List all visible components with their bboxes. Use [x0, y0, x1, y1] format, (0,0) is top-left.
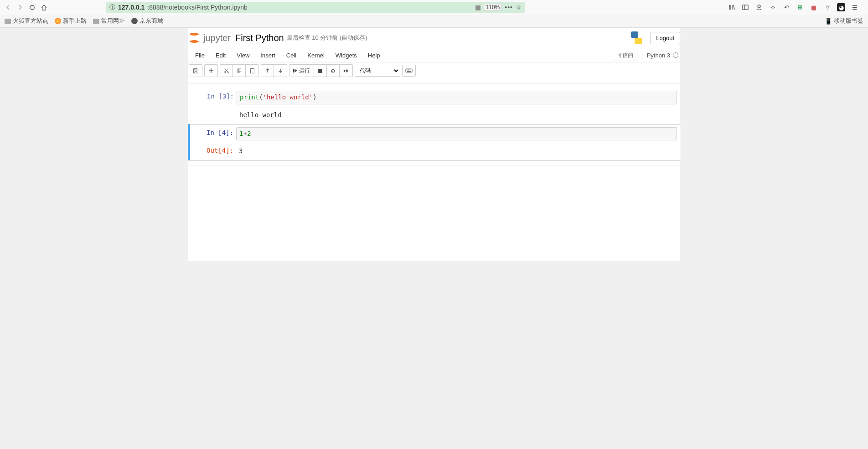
- stdout-output: hello world: [237, 109, 677, 121]
- jd-icon: [131, 18, 138, 24]
- phone-icon: 📱: [825, 18, 832, 25]
- svg-rect-9: [293, 69, 294, 72]
- interrupt-button[interactable]: [314, 65, 327, 77]
- svg-point-2: [758, 5, 760, 8]
- run-button[interactable]: 运行: [289, 65, 314, 77]
- bookmark-star-icon[interactable]: ☆: [516, 4, 522, 11]
- menu-widgets[interactable]: Widgets: [330, 49, 362, 62]
- input-prompt: In [4]:: [191, 127, 236, 141]
- jupyter-logo-text: jupyter: [203, 33, 231, 43]
- notebook-title[interactable]: First Python: [235, 33, 284, 43]
- menu-help[interactable]: Help: [362, 49, 386, 62]
- ext-v-icon[interactable]: ∀: [823, 3, 832, 11]
- code-cell[interactable]: In [3]: print('hello world') hello world: [188, 88, 680, 124]
- menu-view[interactable]: View: [231, 49, 255, 62]
- ext-puzzle-icon[interactable]: ✧: [769, 3, 777, 11]
- ext-grid-icon[interactable]: ▦: [810, 3, 818, 11]
- overflow-menu-icon[interactable]: ☰: [851, 3, 859, 11]
- menu-edit[interactable]: Edit: [210, 49, 231, 62]
- svg-rect-11: [406, 69, 412, 72]
- kernel-name[interactable]: Python 3: [642, 52, 678, 59]
- ext-undo-icon[interactable]: ↶: [782, 3, 790, 11]
- checkpoint-status: 最后检查 10 分钟前 (自动保存): [287, 34, 367, 42]
- code-cell-selected[interactable]: In [4]: 1+2 Out[4]: 3: [188, 124, 680, 160]
- info-icon: ⓘ: [109, 3, 115, 11]
- ext-dark-icon[interactable]: ◕: [837, 3, 845, 11]
- bookmark-item-3[interactable]: 京东商城: [131, 17, 163, 25]
- svg-rect-15: [407, 71, 411, 72]
- menu-insert[interactable]: Insert: [255, 49, 281, 62]
- svg-rect-14: [409, 70, 410, 71]
- svg-rect-0: [743, 5, 748, 10]
- svg-point-4: [227, 72, 228, 73]
- mobile-bookmarks[interactable]: 📱移动版书签: [825, 17, 863, 25]
- output-prompt: Out[4]:: [191, 145, 236, 157]
- browser-chrome: ⓘ 127.0.0.1:8888/notebooks/First Python.…: [0, 0, 868, 28]
- bookmark-item-2[interactable]: 常用网址: [93, 17, 125, 25]
- reload-button[interactable]: [27, 3, 36, 12]
- firefox-icon: [55, 18, 61, 24]
- bookmark-item-0[interactable]: 火狐官方站点: [5, 17, 48, 25]
- copy-button[interactable]: [233, 65, 246, 77]
- kernel-idle-icon: [673, 52, 678, 58]
- menu-file[interactable]: File: [190, 49, 210, 62]
- menu-cell[interactable]: Cell: [281, 49, 302, 62]
- svg-point-3: [224, 72, 226, 73]
- folder-icon: [5, 19, 11, 24]
- bookmarks-bar: 火狐官方站点 新手上路 常用网址 京东商城 📱移动版书签: [0, 15, 868, 27]
- browser-navbar: ⓘ 127.0.0.1:8888/notebooks/First Python.…: [0, 0, 868, 15]
- jupyter-header: jupyter First Python 最后检查 10 分钟前 (自动保存) …: [188, 28, 680, 48]
- save-button[interactable]: [189, 65, 202, 77]
- cut-button[interactable]: [220, 65, 233, 77]
- reader-icon[interactable]: ▦: [475, 4, 481, 11]
- bookmark-item-1[interactable]: 新手上路: [55, 17, 87, 25]
- svg-rect-7: [250, 68, 254, 73]
- home-button[interactable]: [39, 3, 48, 12]
- forward-button[interactable]: [16, 3, 25, 12]
- input-prompt: In [3]:: [191, 91, 237, 104]
- library-icon[interactable]: [728, 3, 736, 11]
- menu-kernel[interactable]: Kernel: [302, 49, 330, 62]
- jupyter-menubar: File Edit View Insert Cell Kernel Widget…: [188, 48, 680, 62]
- command-palette-button[interactable]: [402, 65, 416, 77]
- sidebar-icon[interactable]: [741, 3, 749, 11]
- move-down-button[interactable]: [274, 65, 287, 77]
- ext-shield-icon[interactable]: ⛨: [796, 3, 804, 11]
- code-input[interactable]: print('hello world'): [237, 91, 677, 104]
- execute-result: 3: [236, 145, 677, 157]
- restart-button[interactable]: [327, 65, 340, 77]
- restart-run-all-button[interactable]: [340, 65, 352, 77]
- cell-type-select[interactable]: 代码: [355, 65, 400, 77]
- back-button[interactable]: [4, 3, 13, 12]
- svg-rect-12: [406, 70, 407, 71]
- jupyter-toolbar: 运行 代码: [188, 62, 680, 79]
- svg-rect-13: [408, 70, 409, 71]
- zoom-level[interactable]: 110%: [484, 4, 502, 11]
- extension-icons: ✧ ↶ ⛨ ▦ ∀ ◕ ☰: [728, 3, 864, 11]
- jupyter-logo-mark: [188, 31, 201, 44]
- jupyter-logo[interactable]: jupyter: [188, 31, 231, 44]
- code-input[interactable]: 1+2: [236, 127, 677, 141]
- url-bar[interactable]: ⓘ 127.0.0.1:8888/notebooks/First Python.…: [106, 2, 525, 13]
- svg-rect-8: [251, 68, 253, 69]
- logout-button[interactable]: Logout: [650, 32, 680, 44]
- move-up-button[interactable]: [261, 65, 274, 77]
- python-kernel-logo: [630, 31, 643, 44]
- folder-icon: [93, 19, 99, 24]
- insert-cell-button[interactable]: [205, 65, 217, 77]
- trusted-indicator[interactable]: 可信的: [613, 50, 637, 61]
- notebook-area: In [3]: print('hello world') hello world…: [188, 79, 680, 261]
- paste-button[interactable]: [246, 65, 258, 77]
- account-icon[interactable]: [755, 3, 763, 11]
- jupyter-container: jupyter First Python 最后检查 10 分钟前 (自动保存) …: [188, 28, 680, 261]
- url-host: 127.0.0.1: [118, 4, 145, 11]
- page-actions-icon[interactable]: •••: [505, 4, 513, 11]
- output-prompt-empty: [191, 109, 237, 121]
- url-path: :8888/notebooks/First Python.ipynb: [147, 4, 247, 11]
- svg-rect-10: [318, 69, 322, 73]
